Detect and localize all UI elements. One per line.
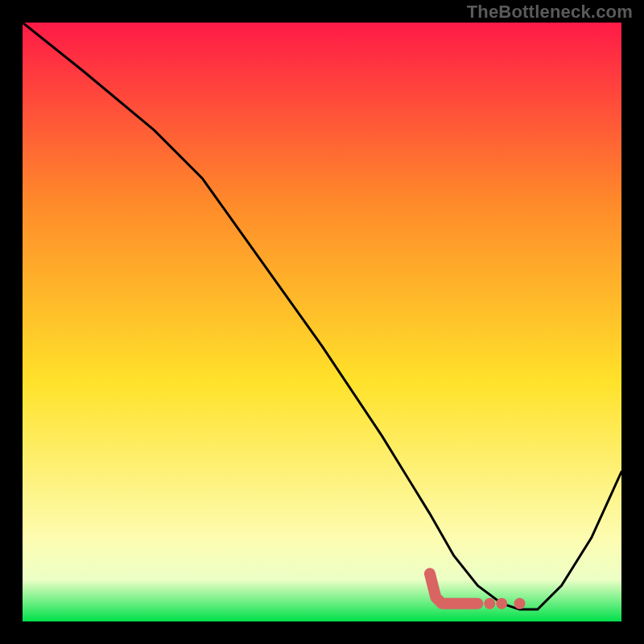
chart-svg [23, 23, 621, 621]
gradient-background [23, 23, 621, 621]
plot-area [23, 23, 621, 621]
highlight-dot-2 [496, 598, 507, 609]
watermark-text: TheBottleneck.com [467, 2, 633, 23]
highlight-dot-3 [514, 598, 526, 609]
highlight-dot-1 [484, 598, 495, 609]
chart-frame: TheBottleneck.com [0, 0, 644, 644]
